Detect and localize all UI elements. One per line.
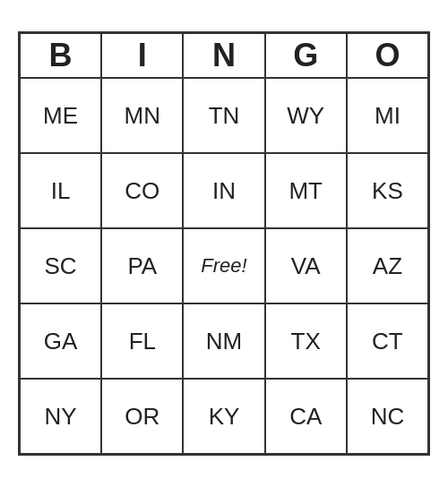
cell-r2c4: MT xyxy=(265,153,347,228)
cell-r3c2: PA xyxy=(101,228,183,303)
cell-r1c3: TN xyxy=(183,78,264,153)
header-o: O xyxy=(347,33,428,78)
row-4: GA FL NM TX CT xyxy=(20,303,428,379)
cell-r5c3: KY xyxy=(183,379,264,454)
cell-r5c5: NC xyxy=(347,379,428,454)
cell-r2c5: KS xyxy=(347,153,428,228)
free-cell: Free! xyxy=(183,228,264,303)
bingo-card: B I N G O ME MN TN WY MI IL CO IN MT KS … xyxy=(18,31,430,456)
bingo-header: B I N G O xyxy=(20,33,428,78)
header-i: I xyxy=(101,33,183,78)
cell-r1c5: MI xyxy=(347,78,428,153)
row-3: SC PA Free! VA AZ xyxy=(20,228,428,303)
cell-r1c1: ME xyxy=(20,78,101,153)
cell-r4c3: NM xyxy=(183,303,264,379)
cell-r1c4: WY xyxy=(265,78,347,153)
cell-r2c3: IN xyxy=(183,153,264,228)
row-2: IL CO IN MT KS xyxy=(20,153,428,228)
header-n: N xyxy=(183,33,264,78)
header-b: B xyxy=(20,33,101,78)
row-5: NY OR KY CA NC xyxy=(20,379,428,454)
cell-r5c1: NY xyxy=(20,379,101,454)
cell-r3c4: VA xyxy=(265,228,347,303)
cell-r1c2: MN xyxy=(101,78,183,153)
cell-r4c4: TX xyxy=(265,303,347,379)
cell-r2c2: CO xyxy=(101,153,183,228)
cell-r5c4: CA xyxy=(265,379,347,454)
cell-r4c5: CT xyxy=(347,303,428,379)
header-g: G xyxy=(265,33,347,78)
cell-r4c2: FL xyxy=(101,303,183,379)
cell-r4c1: GA xyxy=(20,303,101,379)
cell-r2c1: IL xyxy=(20,153,101,228)
cell-r5c2: OR xyxy=(101,379,183,454)
cell-r3c1: SC xyxy=(20,228,101,303)
row-1: ME MN TN WY MI xyxy=(20,78,428,153)
cell-r3c5: AZ xyxy=(347,228,428,303)
